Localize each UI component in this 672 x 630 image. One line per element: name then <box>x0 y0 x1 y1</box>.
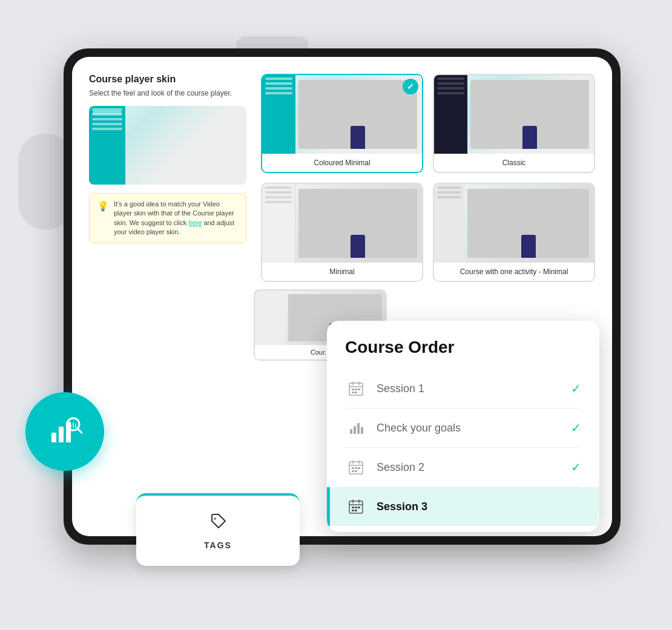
skin-label-coloured-minimal: Coloured Minimal <box>262 154 422 172</box>
tip-icon: 💡 <box>97 200 109 237</box>
svg-rect-6 <box>358 389 360 390</box>
analytics-circle[interactable] <box>25 392 104 471</box>
skin-preview-classic <box>434 75 594 154</box>
skin-label-classic: Classic <box>434 154 594 172</box>
svg-rect-32 <box>51 433 56 442</box>
skin-preview-coloured-minimal: ✓ <box>262 75 422 154</box>
svg-rect-38 <box>73 422 74 428</box>
right-panel: ✓ Coloured Minimal <box>261 74 595 282</box>
svg-rect-27 <box>355 507 357 508</box>
svg-rect-4 <box>352 389 354 390</box>
check-goals-icon <box>345 417 367 439</box>
svg-rect-8 <box>355 392 357 393</box>
left-preview-thumbnail <box>89 106 246 185</box>
preview-sidebar <box>89 106 125 185</box>
analytics-icon <box>45 412 84 451</box>
svg-rect-20 <box>352 470 354 472</box>
course-order-popup: Course Order Session 1 ✓ <box>327 321 599 532</box>
svg-rect-11 <box>357 423 360 434</box>
sp-video-activity <box>467 189 589 258</box>
svg-rect-12 <box>361 427 363 434</box>
svg-rect-19 <box>358 467 360 469</box>
svg-point-31 <box>214 517 216 519</box>
tip-link[interactable]: here <box>188 219 202 226</box>
tags-card[interactable]: TAGS <box>136 493 300 566</box>
course-item-check-goals[interactable]: Check your goals ✓ <box>345 409 581 448</box>
session-2-icon <box>345 456 367 478</box>
svg-rect-37 <box>70 424 71 428</box>
session-1-icon <box>345 378 367 399</box>
svg-rect-29 <box>352 510 354 511</box>
screen-content: Course player skin Select the feel and l… <box>72 57 612 282</box>
course-item-session-2[interactable]: Session 2 ✓ <box>345 448 581 487</box>
svg-rect-21 <box>355 470 357 472</box>
course-player-subtitle: Select the feel and look of the course p… <box>89 88 246 99</box>
skin-coloured-minimal[interactable]: ✓ Coloured Minimal <box>261 74 423 173</box>
selected-check-badge: ✓ <box>403 79 418 94</box>
session-2-label: Session 2 <box>377 461 561 474</box>
sp-sidebar-colored <box>262 75 295 154</box>
sp-sidebar-bottom <box>255 290 285 345</box>
session-1-label: Session 1 <box>377 382 561 395</box>
svg-rect-17 <box>352 467 354 469</box>
active-indicator <box>327 487 330 526</box>
sp-video-classic <box>470 80 589 149</box>
svg-rect-30 <box>355 510 357 511</box>
course-order-title: Course Order <box>345 338 581 357</box>
check-goals-check: ✓ <box>571 421 581 435</box>
svg-rect-33 <box>59 427 64 442</box>
session-1-check: ✓ <box>571 381 581 396</box>
svg-rect-5 <box>355 389 357 390</box>
skin-minimal[interactable]: Minimal <box>261 183 423 282</box>
course-item-session-1[interactable]: Session 1 ✓ <box>345 369 581 409</box>
skin-preview-course-activity <box>434 184 594 263</box>
svg-rect-7 <box>352 392 354 393</box>
svg-rect-9 <box>350 429 352 434</box>
check-goals-label: Check your goals <box>377 422 561 435</box>
skin-classic[interactable]: Classic <box>433 74 595 173</box>
session-2-check: ✓ <box>571 460 581 474</box>
session-3-icon <box>345 496 367 517</box>
sp-video-minimal <box>298 189 417 258</box>
tip-box: 💡 It's a good idea to match your Video p… <box>89 193 246 244</box>
tags-label: TAGS <box>204 540 232 550</box>
svg-rect-26 <box>352 507 354 508</box>
skins-grid: ✓ Coloured Minimal <box>261 74 595 282</box>
svg-rect-39 <box>75 424 76 428</box>
skin-preview-minimal <box>262 184 422 263</box>
course-player-title: Course player skin <box>89 74 246 85</box>
tip-text: It's a good idea to match your Video pla… <box>114 200 239 237</box>
svg-rect-28 <box>358 507 360 508</box>
sp-video-cm <box>298 80 417 149</box>
skin-label-minimal: Minimal <box>262 263 422 281</box>
sp-sidebar-dark <box>434 75 467 154</box>
left-panel: Course player skin Select the feel and l… <box>89 74 246 282</box>
sp-sidebar-activity <box>434 184 464 263</box>
skin-course-one-activity[interactable]: Course with one activity - Minimal <box>433 183 595 282</box>
sp-sidebar-light <box>262 184 295 263</box>
svg-line-36 <box>78 429 82 433</box>
svg-rect-10 <box>354 426 356 434</box>
session-3-label: Session 3 <box>377 500 581 513</box>
tag-icon <box>208 512 228 536</box>
course-item-session-3[interactable]: Session 3 <box>327 487 599 526</box>
svg-rect-18 <box>355 467 357 469</box>
skin-label-course-activity: Course with one activity - Minimal <box>434 263 594 281</box>
